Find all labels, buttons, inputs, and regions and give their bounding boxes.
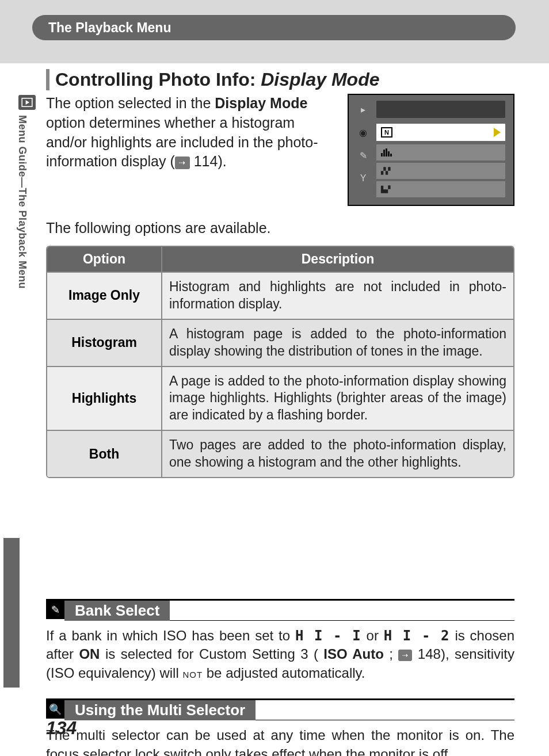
option-cell: Histogram bbox=[47, 320, 162, 366]
note-bank-select: ✎ Bank Select If a bank in which ISO has… bbox=[46, 599, 514, 682]
note-title: Bank Select bbox=[64, 601, 170, 621]
section-header-text: The Playback Menu bbox=[48, 20, 171, 36]
txt: or bbox=[367, 628, 384, 643]
lcd-arrow-icon bbox=[494, 128, 501, 137]
txt: is selected for Custom Setting 3 ( bbox=[105, 646, 318, 662]
highlights-glyph: ▞▞ bbox=[381, 167, 390, 175]
options-table: Option Description Image Only Histogram … bbox=[46, 246, 514, 478]
svg-marker-1 bbox=[26, 100, 29, 105]
iso-value-1: H I - I bbox=[295, 628, 361, 644]
thumb-index-marker bbox=[3, 538, 20, 688]
txt: ; bbox=[389, 646, 398, 662]
iso-value-2: H I - 2 bbox=[384, 628, 450, 644]
txt: If a bank in which ISO has been set to bbox=[46, 628, 295, 643]
option-cell: Image Only bbox=[47, 273, 162, 319]
both-glyph: ▙▞ bbox=[381, 186, 390, 193]
page-ref-icon: ⇢ bbox=[175, 156, 190, 169]
txt: be adjusted automatically. bbox=[207, 665, 365, 681]
magnifier-icon: 🔍 bbox=[46, 700, 64, 719]
pencil-icon: ✎ bbox=[46, 601, 64, 619]
note-multi-selector: 🔍 Using the Multi Selector The multi sel… bbox=[46, 698, 514, 756]
intro-pageref: 114). bbox=[190, 153, 227, 169]
table-header-option: Option bbox=[47, 247, 162, 272]
options-intro: The following options are available. bbox=[46, 220, 514, 236]
lcd-titlebar bbox=[376, 101, 505, 118]
camera-lcd-illustration: ▸ ◉ ✎ Y N ▞▞ ▙▞ bbox=[348, 94, 514, 206]
iso-auto-label: ISO Auto bbox=[323, 646, 384, 662]
option-cell: Both bbox=[47, 431, 162, 477]
description-cell: Histogram and highlights are not include… bbox=[162, 273, 513, 319]
description-cell: Two pages are added to the photo-informa… bbox=[162, 431, 513, 477]
main-content: Controlling Photo Info: Display Mode The… bbox=[46, 69, 514, 756]
note-body: If a bank in which ISO has been set to H… bbox=[46, 627, 514, 682]
section-title-plain: Controlling Photo Info: bbox=[55, 69, 261, 90]
histogram-icon bbox=[381, 148, 392, 156]
not-small-caps: NOT bbox=[182, 670, 203, 679]
section-title-italic: Display Mode bbox=[261, 69, 379, 90]
lcd-tab-camera-icon: ◉ bbox=[354, 124, 372, 141]
page-number: 134 bbox=[46, 717, 77, 739]
spine-label: Menu Guide—The Playback Menu bbox=[16, 115, 28, 289]
option-cell: Highlights bbox=[47, 367, 162, 430]
lcd-tab-playback-icon: ▸ bbox=[354, 101, 372, 118]
table-row: Both Two pages are added to the photo-in… bbox=[47, 430, 513, 477]
intro-bold: Display Mode bbox=[215, 95, 307, 111]
lcd-n-icon: N bbox=[381, 127, 392, 138]
section-title: Controlling Photo Info: Display Mode bbox=[46, 69, 514, 90]
intro-paragraph: The option selected in the Display Mode … bbox=[46, 94, 336, 206]
note-body: The multi selector can be used at any ti… bbox=[46, 726, 514, 756]
description-cell: A histogram page is added to the photo-i… bbox=[162, 320, 513, 366]
lcd-row-histogram bbox=[376, 144, 505, 161]
table-header-description: Description bbox=[162, 247, 513, 272]
note-title: Using the Multi Selector bbox=[64, 700, 256, 720]
intro-pre: The option selected in the bbox=[46, 95, 215, 111]
table-row: Histogram A histogram page is added to t… bbox=[47, 319, 513, 366]
table-row: Highlights A page is added to the photo-… bbox=[47, 366, 513, 430]
on-label: ON bbox=[79, 646, 100, 662]
lcd-selected-row: N bbox=[376, 124, 505, 141]
section-header-pill: The Playback Menu bbox=[32, 15, 516, 40]
description-cell: A page is added to the photo-information… bbox=[162, 367, 513, 430]
table-row: Image Only Histogram and highlights are … bbox=[47, 272, 513, 319]
lcd-tab-pencil-icon: ✎ bbox=[354, 147, 372, 164]
lcd-tab-wrench-icon: Y bbox=[354, 170, 372, 187]
page-ref-icon: ⇢ bbox=[398, 650, 412, 661]
lcd-row-highlights: ▞▞ bbox=[376, 163, 505, 179]
lcd-row-both: ▙▞ bbox=[376, 181, 505, 197]
playback-icon bbox=[18, 95, 36, 110]
